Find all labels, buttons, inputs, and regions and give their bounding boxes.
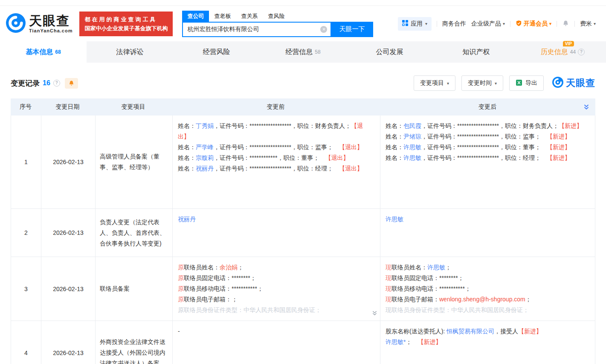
cell-text: 姓名： <box>386 154 403 161</box>
search-tab-company[interactable]: 查公司 <box>182 11 209 22</box>
apps-grid-icon <box>402 20 408 27</box>
filter-change-item-dropdown[interactable]: 变更项目▾ <box>414 75 455 91</box>
help-icon[interactable]: ? <box>578 49 585 55</box>
cell-line: 许思敏 <box>386 214 590 225</box>
cell-text: ，证件号码：******************，职位：财务负责人； <box>421 122 559 129</box>
tab-intellectual-property[interactable]: 知识产权 <box>433 41 519 63</box>
apps-label: 应用 <box>411 20 423 28</box>
cell-text: 姓名： <box>386 144 403 150</box>
apps-menu[interactable]: 应用 ▾ <box>398 17 432 31</box>
nav-enterprise-products[interactable]: 企业级产品▾ <box>471 20 505 28</box>
row-change-item: 负责人变更（法定代表人、负责人、首席代表、合伙事务执行人等变更) <box>95 209 172 257</box>
help-icon[interactable]: ? <box>53 80 60 87</box>
search-row: × 天眼一下 <box>182 22 373 37</box>
cell-text: 姓名： <box>178 154 196 161</box>
row-after-cell: 股东名称(送达委托人): 恒枫贸易有限公司，接受人【新进】许思敏*； 【新进】 <box>380 321 595 364</box>
cell-line: 许思敏*； 【新进】 <box>386 337 590 347</box>
col-header-before: 变更前 <box>172 103 380 111</box>
cell-line: 原联络员固定电话：********； <box>178 273 375 283</box>
chevron-down-icon: ▾ <box>549 21 551 26</box>
cell-text: 姓名： <box>178 165 196 172</box>
cell-line: 现联络员固定电话：********； <box>386 273 590 283</box>
collapse-all-icon[interactable] <box>583 104 589 111</box>
nav-open-vip[interactable]: 开通会员 ▾ <box>516 20 551 28</box>
entity-link[interactable]: 祝丽丹 <box>178 216 196 222</box>
cell-text: 股东名称(送达委托人): <box>386 328 447 335</box>
cell-text: 现 <box>386 264 391 271</box>
cell-text: 原 <box>178 296 184 303</box>
cell-text: wenlong.sheng@h-shgroup.com <box>439 296 525 303</box>
cell-text: 联络员固定电话：********； <box>391 274 464 281</box>
cell-line: 现联络员电子邮箱：wenlong.sheng@h-shgroup.com； <box>386 294 590 305</box>
cell-text: ； <box>525 296 531 303</box>
cell-text: 【退出】 <box>325 154 349 161</box>
cell-line: 现联络员姓名：许思敏； <box>386 262 590 273</box>
search-input[interactable] <box>183 23 331 36</box>
cell-text: 【新进】 <box>547 144 571 150</box>
search-area: 查公司 查老板 查关系 查风险 × 天眼一下 <box>182 11 373 37</box>
entity-link[interactable]: 恒枫贸易有限公司 <box>447 328 494 335</box>
row-date: 2026-02-13 <box>41 116 95 208</box>
row-before-cell: 祝丽丹 <box>172 209 380 257</box>
col-header-seq: 序号 <box>11 103 41 111</box>
entity-link[interactable]: 许思敏 <box>386 216 403 222</box>
monitor-bell-button[interactable] <box>65 78 78 89</box>
logo-title: 天眼查 <box>29 14 72 27</box>
filter-change-time-dropdown[interactable]: 变更时间▾ <box>461 75 503 91</box>
search-tab-relation[interactable]: 查关系 <box>236 11 263 22</box>
entity-link[interactable]: 祝丽丹 <box>196 165 214 172</box>
slogan-line-1: 都在用的商业查询工具 <box>84 15 168 24</box>
section-count: 16 <box>43 79 50 87</box>
cell-text: 现 <box>386 296 391 303</box>
nav-business-cooperation[interactable]: 商务合作 <box>442 20 466 28</box>
chevron-down-icon: ▾ <box>503 21 505 26</box>
entity-link[interactable]: 包民霞 <box>403 122 421 129</box>
chevron-down-icon: ▾ <box>594 21 596 26</box>
cell-line: 现联络员身份证件类型：中华人民共和国居民身份证； <box>386 305 590 315</box>
tab-company-development[interactable]: 公司发展 <box>346 41 433 63</box>
tab-history-info[interactable]: 历史信息VIP 44 ? <box>519 41 606 63</box>
cell-text: ，证件号码：******************，职位：财务负责人； <box>214 122 351 129</box>
search-tabs: 查公司 查老板 查关系 查风险 <box>182 11 373 22</box>
col-header-after: 变更后 <box>380 103 595 111</box>
cell-text: ； <box>238 264 244 271</box>
chevron-down-icon: ▾ <box>425 21 427 26</box>
search-button[interactable]: 天眼一下 <box>331 22 373 37</box>
tab-legal-proceedings[interactable]: 法律诉讼 <box>87 41 173 63</box>
slogan-banner: 都在用的商业查询工具 国家中小企业发展子基金旗下机构 <box>79 12 173 36</box>
entity-link[interactable]: 许思敏 <box>403 154 421 161</box>
tab-business-info[interactable]: 经营信息58 <box>260 41 346 63</box>
clear-icon[interactable]: × <box>320 26 327 33</box>
cell-line: 姓名：尹绪琼，证件号码：******************，职位：监事； 【新… <box>386 131 590 142</box>
entity-link[interactable]: 许思敏 <box>427 264 445 271</box>
cell-text: ，证件号码：************，职位：董事； <box>214 154 325 161</box>
tianyancha-logo[interactable]: 天眼查 TianYanCha.com <box>6 13 72 35</box>
logo-text: 天眼查 TianYanCha.com <box>29 14 72 33</box>
entity-link[interactable]: 许思敏 <box>403 144 421 150</box>
cell-text: 原 <box>178 285 184 292</box>
entity-link[interactable]: 严学峰 <box>196 144 214 150</box>
entity-link[interactable]: 丁秀娟 <box>196 122 214 129</box>
row-date: 2026-02-13 <box>41 209 95 257</box>
entity-link[interactable]: 许思敏* <box>386 338 406 345</box>
tab-basic-info[interactable]: 基本信息68 <box>0 41 87 63</box>
expand-more-icon[interactable] <box>372 309 377 319</box>
cell-line: 股东名称(送达委托人): 恒枫贸易有限公司，接受人【新进】 <box>386 326 590 337</box>
changes-table: 序号 变更日期 变更项目 变更前 变更后 12026-02-13高级管理人员备案… <box>11 98 595 364</box>
cell-text: ，证件号码：******************，职位：监事； <box>214 144 339 150</box>
cell-text: 原 <box>178 274 184 281</box>
entity-link[interactable]: 尹绪琼 <box>403 133 421 140</box>
search-tab-boss[interactable]: 查老板 <box>209 11 236 22</box>
cell-text: ，证件号码：******************，职位：董事； <box>421 144 547 150</box>
tab-operating-risk[interactable]: 经营风险 <box>173 41 260 63</box>
cell-text: 姓名： <box>386 133 403 140</box>
nav-user[interactable]: 费米▾ <box>580 20 596 28</box>
entity-link[interactable]: 余治娟 <box>220 264 238 271</box>
notification-bell-icon[interactable] <box>562 20 569 27</box>
row-seq: 3 <box>11 257 41 321</box>
cell-line: 祝丽丹 <box>178 214 375 225</box>
entity-link[interactable]: 宗馥莉 <box>196 154 214 161</box>
search-tab-risk[interactable]: 查风险 <box>263 11 290 22</box>
row-change-item: 高级管理人员备案（董事、监事、经理等） <box>95 116 172 208</box>
export-button[interactable]: 导出 <box>509 75 544 91</box>
